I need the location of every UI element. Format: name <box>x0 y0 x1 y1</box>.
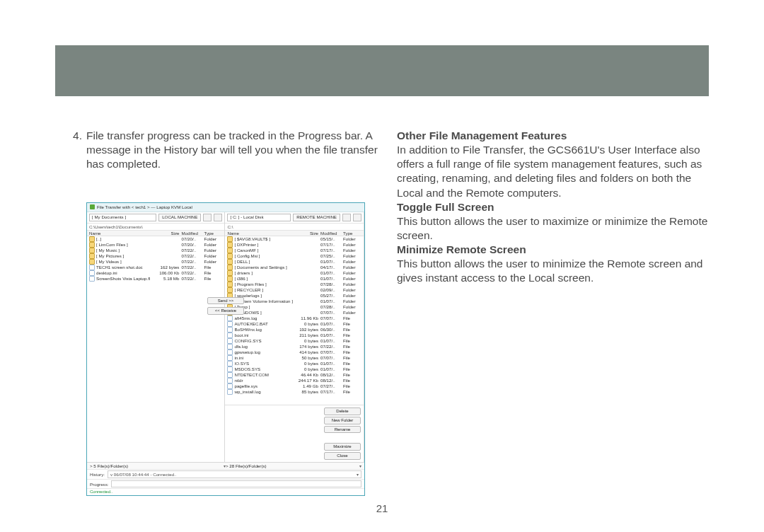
table-row[interactable]: [..]07/20/..Folder <box>87 236 224 242</box>
table-row[interactable]: [ Documents and Settings ]04/17/..Folder <box>225 265 364 270</box>
table-row[interactable]: [ $AVG8.VAULT$ ]05/15/..Folder <box>225 236 364 242</box>
row-name: boot.ini <box>234 332 248 337</box>
table-row[interactable]: [ My Pictures ]07/22/..Folder <box>87 253 224 259</box>
row-modified: 01/07/.. <box>320 321 343 327</box>
table-row[interactable]: [ CanonMF ]07/17/..Folder <box>225 248 364 253</box>
send-button[interactable]: Send >> <box>207 297 244 305</box>
row-modified: 01/07/.. <box>320 270 343 276</box>
remote-address-row: [ C: ] - Local Disk REMOTE MACHINE <box>225 212 364 224</box>
row-modified: 07/22/.. <box>181 265 204 270</box>
local-up-button[interactable] <box>203 214 212 221</box>
table-row[interactable]: MSDOS.SYS0 bytes01/07/..File <box>225 366 364 372</box>
row-type: File <box>343 383 361 389</box>
table-row[interactable]: gpwsetup.log414 bytes07/07/..File <box>225 349 364 355</box>
row-size: 50 bytes <box>293 355 320 361</box>
table-row[interactable]: IO.SYS0 bytes01/07/..File <box>225 361 364 366</box>
history-field[interactable]: v 06/07/08 10:44:44 - Connected.. ▾ <box>108 470 361 478</box>
table-row[interactable]: in.ini50 bytes07/07/..File <box>225 355 364 361</box>
rename-button[interactable]: Rename <box>324 426 361 434</box>
table-row[interactable]: [ i386 ]01/07/..Folder <box>225 276 364 282</box>
delete-button[interactable]: Delete <box>324 407 361 415</box>
app-icon <box>90 204 95 209</box>
row-name: AUTOEXEC.BAT <box>234 321 267 326</box>
table-row[interactable]: [ Program Files ]07/28/..Folder <box>225 282 364 287</box>
row-type: Folder <box>343 287 361 293</box>
local-machine-label: LOCAL MACHINE <box>158 214 201 221</box>
row-modified: 07/22/.. <box>181 248 204 253</box>
row-size <box>154 253 181 259</box>
remote-drive-combo[interactable]: [ C: ] - Local Disk <box>227 214 291 221</box>
table-row[interactable]: ntldr244.17 Kb08/12/..File <box>225 378 364 383</box>
local-refresh-button[interactable] <box>214 214 222 221</box>
table-row[interactable]: desktop.ini106.00 Kb07/22/..File <box>87 270 224 276</box>
row-type: File <box>204 270 222 276</box>
table-row[interactable]: wp_install.log85 bytes07/17/..File <box>225 389 364 395</box>
row-name: [ drivers ] <box>234 270 252 275</box>
row-type: Folder <box>343 276 361 282</box>
row-size: 244.17 Kb <box>293 378 320 383</box>
progress-row: Progress: <box>87 479 364 488</box>
row-name: gpwsetup.log <box>234 349 260 354</box>
file-icon <box>227 321 233 327</box>
local-drive-combo[interactable]: [ My Documents ] <box>89 214 156 221</box>
table-row[interactable]: boot.ini211 bytes01/07/..File <box>225 332 364 338</box>
maximize-button[interactable]: Maximize <box>324 443 361 451</box>
table-row[interactable]: AUTOEXEC.BAT0 bytes01/07/..File <box>225 321 364 327</box>
folder-icon <box>89 259 95 265</box>
row-type: Folder <box>343 265 361 270</box>
table-row[interactable]: NTDETECT.COM46.44 Kb08/12/..File <box>225 372 364 378</box>
row-modified: 07/20/.. <box>181 236 204 242</box>
table-row[interactable]: [ LimCom Files ]07/20/..Folder <box>87 242 224 248</box>
row-modified: 01/07/.. <box>320 332 343 338</box>
table-row[interactable]: BoSHWnx.log192 bytes06/30/..File <box>225 327 364 332</box>
table-row[interactable]: aft45ms.log11.96 Kb07/07/..File <box>225 316 364 321</box>
table-row[interactable]: [ Config.Msi ]07/25/..Folder <box>225 253 364 259</box>
table-row[interactable]: [ System Volume Information ]01/07/..Fol… <box>225 299 364 304</box>
row-name: NTDETECT.COM <box>234 372 268 377</box>
remote-up-button[interactable] <box>342 214 351 221</box>
table-row[interactable]: [ DXPrinter ]07/17/..Folder <box>225 242 364 248</box>
row-type: File <box>343 332 361 338</box>
file-icon <box>227 349 233 355</box>
row-size: 106.00 Kb <box>154 270 181 276</box>
table-row[interactable]: pagefile.sys1.49 Gb07/27/..File <box>225 383 364 389</box>
row-size <box>293 304 320 310</box>
close-button[interactable]: Close <box>324 452 361 460</box>
table-row[interactable]: [ My Videos ]07/22/..Folder <box>87 259 224 265</box>
file-icon <box>227 332 233 338</box>
row-modified: 04/17/.. <box>320 265 343 270</box>
new-folder-button[interactable]: New Folder <box>324 417 361 424</box>
table-row[interactable]: TECH1 screen shot.doc162 bytes07/22/..Fi… <box>87 265 224 270</box>
panes-area: [ My Documents ] LOCAL MACHINE C:\Users\… <box>87 212 364 463</box>
row-type: File <box>343 389 361 395</box>
table-row[interactable]: [ Temp ]07/28/..Folder <box>225 304 364 310</box>
col-modified: Modified <box>320 231 343 236</box>
table-row[interactable]: [ My Music ]07/22/..Folder <box>87 248 224 253</box>
row-type: File <box>343 316 361 321</box>
row-size <box>293 265 320 270</box>
row-type: File <box>343 338 361 344</box>
row-modified: 07/07/.. <box>320 355 343 361</box>
heading-minimize-remote: Minimize Remote Screen <box>397 243 709 257</box>
row-type: Folder <box>204 242 222 248</box>
table-row[interactable]: [ RECYCLER ]02/09/..Folder <box>225 287 364 293</box>
row-type: Folder <box>343 253 361 259</box>
remote-pane: [ C: ] - Local Disk REMOTE MACHINE C:\ N… <box>225 212 364 463</box>
file-icon <box>227 338 233 344</box>
receive-button[interactable]: << Receive <box>207 307 244 315</box>
table-row[interactable]: [ DELL ]01/07/..Folder <box>225 259 364 265</box>
table-row[interactable]: [ spoolerlogs ]05/27/..Folder <box>225 293 364 299</box>
table-row[interactable]: dfa.log174 bytes07/22/..File <box>225 344 364 349</box>
row-size <box>293 293 320 299</box>
table-row[interactable]: [ WINDOWS ]07/07/..Folder <box>225 310 364 316</box>
table-row[interactable]: ScreenShots Vista Laptop.fl5.18 Mb07/22/… <box>87 276 224 282</box>
row-type: Folder <box>204 259 222 265</box>
row-size <box>293 236 320 242</box>
local-drive-label: [ My Documents ] <box>92 214 126 219</box>
right-column: Other File Management Features In additi… <box>397 129 709 490</box>
table-row[interactable]: CONFIG.SYS0 bytes01/07/..File <box>225 338 364 344</box>
file-icon <box>227 383 233 389</box>
remote-refresh-button[interactable] <box>353 214 361 221</box>
folder-icon <box>89 248 95 253</box>
table-row[interactable]: [ drivers ]01/07/..Folder <box>225 270 364 276</box>
